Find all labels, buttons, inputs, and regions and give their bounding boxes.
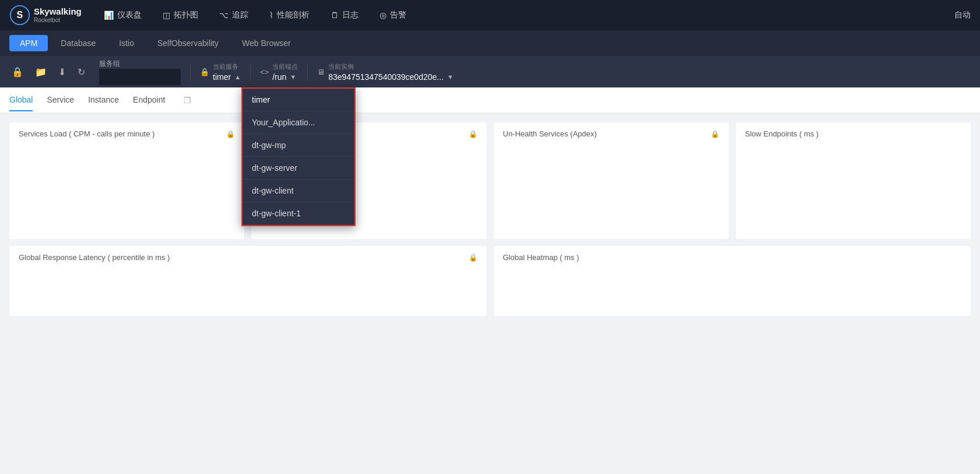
refresh-icon[interactable]: ↻: [75, 64, 87, 80]
chevron-down-endpoint-icon: ▼: [290, 73, 296, 80]
card-un-health-services: Un-Health Services (Apdex) 🔒: [494, 122, 729, 239]
dropdown-item-dt-gw-client-1[interactable]: dt-gw-client-1: [243, 202, 354, 225]
nav-performance[interactable]: ⌇ 性能剖析: [261, 6, 318, 24]
card-global-heatmap-title: Global Heatmap ( ms ): [503, 253, 579, 262]
dropdown-item-timer[interactable]: timer: [243, 89, 354, 111]
logo-subtitle: Rocketbot: [34, 17, 82, 23]
auto-label: 自动: [954, 10, 971, 20]
dropdown-item-your-application[interactable]: Your_Applicatio...: [243, 111, 354, 134]
dropdown-item-dt-gw-mp[interactable]: dt-gw-mp: [243, 134, 354, 157]
card-un-health-lock[interactable]: 🔒: [711, 130, 719, 138]
metrics-row-top: Services Load ( CPM - calls per minute )…: [9, 122, 971, 239]
toolbar: 🔒 📁 ⬇ ↻ 服务组 🔒 当前服务 timer ▲ <> 当前端点 /run …: [0, 56, 980, 87]
card-slow-endpoints-header: Slow Endpoints ( ms ): [745, 129, 961, 138]
dashboard-icon: 📊: [104, 10, 114, 20]
copy-icon[interactable]: ❐: [184, 96, 191, 105]
top-navigation: S Skywalking Rocketbot 📊 仪表盘 ◫ 拓扑图 ⌥ 追踪 …: [0, 0, 980, 30]
performance-icon: ⌇: [269, 10, 273, 20]
alert-icon: ◎: [380, 10, 387, 20]
metrics-row-bottom: Global Response Latency ( percentile in …: [9, 246, 971, 316]
monitor-icon: 🖥: [317, 68, 325, 76]
svg-text:S: S: [17, 9, 23, 20]
nav-trace[interactable]: ⌥ 追踪: [211, 6, 257, 24]
lock-service-icon: 🔒: [200, 68, 209, 76]
current-service-value: timer: [213, 72, 231, 82]
folder-icon[interactable]: 📁: [33, 64, 49, 80]
chevron-down-instance-icon: ▼: [447, 73, 454, 80]
card-un-health-header: Un-Health Services (Apdex) 🔒: [503, 129, 719, 138]
divider-2: [250, 63, 251, 80]
service-dropdown: timer Your_Applicatio... dt-gw-mp dt-gw-…: [241, 87, 356, 226]
current-service-selector[interactable]: 🔒 当前服务 timer ▲: [200, 62, 241, 82]
service-group-label: 服务组: [99, 59, 178, 69]
card-global-response-lock[interactable]: 🔒: [469, 254, 477, 262]
divider-3: [307, 63, 308, 80]
current-instance-value: 83e94751347540039ce0d20e...: [328, 72, 444, 82]
service-group-input[interactable]: [99, 69, 181, 85]
code-icon: <>: [260, 68, 269, 76]
dropdown-item-dt-gw-server[interactable]: dt-gw-server: [243, 157, 354, 180]
current-endpoint-section: 当前端点 /run ▼: [272, 62, 298, 82]
nav-topology[interactable]: ◫ 拓扑图: [154, 6, 206, 24]
card-global-response: Global Response Latency ( percentile in …: [9, 246, 487, 316]
subnav-apm[interactable]: APM: [9, 35, 48, 51]
nav-dashboard[interactable]: 📊 仪表盘: [96, 6, 150, 24]
log-icon: 🗒: [331, 10, 339, 20]
card-global-heatmap: Global Heatmap ( ms ): [494, 246, 971, 316]
card-services-load-title: Services Load ( CPM - calls per minute ): [19, 129, 154, 138]
tabs-bar: Global Service Instance Endpoint ❐: [0, 87, 980, 113]
tab-service[interactable]: Service: [47, 89, 74, 111]
current-service-section: 当前服务 timer ▲: [213, 62, 241, 82]
current-endpoint-value: /run: [272, 72, 286, 82]
sub-navigation: APM Database Istio SelfObservability Web…: [0, 30, 980, 56]
card-un-health-title: Un-Health Services (Apdex): [503, 129, 597, 138]
card-services-load-header: Services Load ( CPM - calls per minute )…: [19, 129, 235, 138]
card-slow-endpoints: Slow Endpoints ( ms ): [736, 122, 971, 239]
card-global-response-header: Global Response Latency ( percentile in …: [19, 253, 477, 262]
card-services-load: Services Load ( CPM - calls per minute )…: [9, 122, 244, 239]
subnav-webbrowser[interactable]: Web Browser: [231, 35, 301, 51]
card-services-load-lock[interactable]: 🔒: [226, 130, 235, 138]
lock-icon[interactable]: 🔒: [9, 64, 26, 80]
tab-global[interactable]: Global: [9, 89, 33, 111]
current-endpoint-selector[interactable]: <> 当前端点 /run ▼: [260, 62, 298, 82]
card-slow-endpoints-title: Slow Endpoints ( ms ): [745, 129, 819, 138]
nav-log[interactable]: 🗒 日志: [322, 6, 367, 24]
subnav-istio[interactable]: Istio: [108, 35, 145, 51]
download-icon[interactable]: ⬇: [56, 64, 68, 80]
card-slow-services-lock[interactable]: 🔒: [469, 130, 477, 138]
tab-instance[interactable]: Instance: [88, 89, 119, 111]
divider-1: [190, 63, 191, 80]
chevron-up-icon: ▲: [234, 73, 241, 80]
subnav-database[interactable]: Database: [50, 35, 106, 51]
app-logo: S Skywalking Rocketbot: [9, 5, 82, 26]
card-global-response-title: Global Response Latency ( percentile in …: [19, 253, 170, 262]
logo-title: Skywalking: [34, 7, 82, 17]
main-content: Services Load ( CPM - calls per minute )…: [0, 113, 980, 325]
current-instance-section: 当前实例 83e94751347540039ce0d20e... ▼: [328, 62, 454, 82]
tab-endpoint[interactable]: Endpoint: [133, 89, 165, 111]
dropdown-item-dt-gw-client[interactable]: dt-gw-client: [243, 180, 354, 202]
subnav-selfobservability[interactable]: SelfObservability: [147, 35, 229, 51]
card-global-heatmap-header: Global Heatmap ( ms ): [503, 253, 962, 262]
trace-icon: ⌥: [219, 10, 229, 20]
current-instance-selector[interactable]: 🖥 当前实例 83e94751347540039ce0d20e... ▼: [317, 62, 454, 82]
topology-icon: ◫: [163, 10, 170, 20]
nav-alert[interactable]: ◎ 告警: [371, 6, 415, 24]
